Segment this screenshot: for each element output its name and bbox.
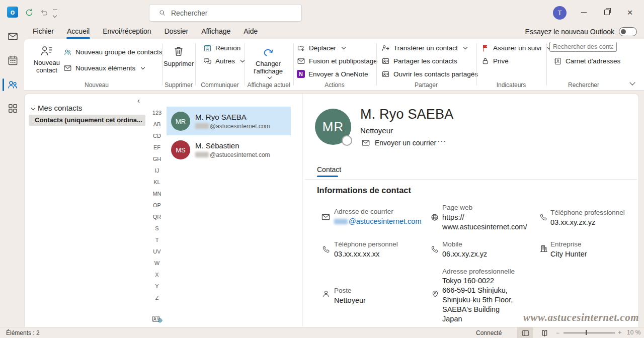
meeting-button[interactable]: Réunion — [203, 42, 240, 53]
collapse-folder-pane-icon[interactable]: ‹ — [137, 96, 140, 105]
address-book-button[interactable]: Carnet d'adresses — [553, 55, 620, 66]
phone-icon — [430, 245, 439, 254]
alpha-cd[interactable]: CD — [149, 130, 165, 142]
alpha-ab[interactable]: AB — [149, 119, 165, 130]
list-detail-divider — [302, 94, 303, 327]
alpha-x[interactable]: X — [149, 269, 165, 281]
new-outlook-label: Essayez le nouveau Outlook — [525, 28, 614, 36]
new-contact-group-button[interactable]: Nouveau groupe de contacts — [63, 46, 163, 57]
company-label: Entreprise — [550, 240, 582, 248]
alpha-z[interactable]: Z — [149, 292, 165, 304]
tab-dossier[interactable]: Dossier — [158, 24, 195, 39]
minimize-button[interactable] — [572, 0, 595, 24]
folder-item-contacts[interactable]: Contacts (uniquement cet ordina... — [29, 115, 145, 126]
alpha-op[interactable]: OP — [149, 200, 165, 211]
zoom-out-button[interactable]: − — [556, 327, 559, 338]
group-label-nouveau: Nouveau — [85, 81, 109, 89]
alpha-mn[interactable]: MN — [149, 188, 165, 200]
webpage-label: Page web — [442, 204, 472, 211]
collapse-ribbon-icon[interactable] — [628, 78, 634, 88]
job-title-value: Nettoyeur — [334, 296, 366, 304]
alpha-t[interactable]: T — [149, 234, 165, 246]
alpha-123[interactable]: 123 — [149, 107, 165, 119]
alpha-ij[interactable]: IJ — [149, 165, 165, 177]
tab-affichage[interactable]: Affichage — [195, 24, 237, 39]
send-mail-button[interactable]: Envoyer un courrier — [361, 138, 436, 147]
alpha-w[interactable]: W — [149, 258, 165, 269]
search-contacts-input[interactable] — [549, 42, 617, 52]
global-search[interactable] — [149, 4, 302, 22]
nav-calendar-icon[interactable] — [7, 54, 19, 66]
account-avatar[interactable]: T — [553, 6, 567, 20]
tab-envoi-reception[interactable]: Envoi/réception — [96, 24, 158, 39]
my-contacts-header[interactable]: Mes contacts — [32, 104, 82, 112]
restore-button[interactable] — [595, 0, 618, 24]
more-options-icon[interactable]: ··· — [437, 136, 446, 145]
follow-up-button[interactable]: Assurer un suivi — [481, 42, 550, 53]
contact-email: @astucesinternet.com — [195, 151, 270, 158]
group-label-indicateurs: Indicateurs — [497, 81, 526, 89]
webpage-value-line2[interactable]: www.astucesinternet.com/ — [442, 223, 527, 231]
tab-fichier[interactable]: Fichier — [26, 24, 60, 39]
email-value[interactable]: @astucesinternet.com — [334, 217, 421, 225]
nav-apps-icon[interactable] — [7, 102, 19, 114]
alpha-ef[interactable]: EF — [149, 142, 165, 153]
forward-contact-button[interactable]: Transférer un contact — [381, 42, 467, 53]
tab-aide[interactable]: Aide — [237, 24, 264, 39]
statusbar: Éléments : 2 Connecté − — [0, 327, 644, 338]
private-button[interactable]: Privé — [481, 55, 509, 66]
avatar: MS — [171, 140, 190, 159]
new-items-button[interactable]: Nouveaux éléments — [63, 62, 144, 73]
alpha-uv[interactable]: UV — [149, 246, 165, 258]
tab-accueil[interactable]: Accueil — [60, 24, 96, 39]
tab-contact[interactable]: Contact — [317, 165, 341, 174]
mobile-value: 06.xx.xy.zx.yz — [442, 250, 487, 258]
contact-detail-job: Nettoyeur — [360, 126, 393, 135]
new-outlook-toggle[interactable] — [619, 27, 637, 36]
send-to-onenote-button[interactable]: N Envoyer à OneNote — [297, 68, 368, 79]
person-icon — [321, 289, 331, 298]
search-icon — [158, 9, 166, 17]
contact-list-item-sebastien[interactable]: MS M. Sébastien @astucesinternet.com — [167, 135, 291, 164]
contact-info-title: Informations de contact — [317, 186, 411, 195]
zoom-slider-track[interactable] — [564, 332, 615, 333]
open-shared-contacts-button[interactable]: Ouvrir les contacts partagés — [381, 68, 478, 79]
contact-card-view-icon[interactable] — [151, 314, 165, 323]
zoom-level: 10 % — [627, 327, 640, 338]
normal-view-icon[interactable] — [517, 327, 533, 338]
delete-button[interactable]: Supprimer — [164, 42, 193, 67]
share-contacts-button[interactable]: Partager les contacts — [381, 55, 457, 66]
move-button[interactable]: Déplacer — [297, 42, 345, 53]
lock-icon — [481, 57, 490, 65]
contact-email: @astucesinternet.com — [195, 123, 270, 130]
reading-view-icon[interactable] — [536, 327, 552, 338]
undo-icon[interactable] — [39, 7, 50, 18]
zoom-in-button[interactable]: + — [618, 327, 622, 338]
alpha-gh[interactable]: GH — [149, 153, 165, 165]
close-button[interactable]: × — [618, 0, 641, 24]
mail-merge-button[interactable]: Fusion et publipostage — [297, 55, 377, 66]
send-receive-sync-icon[interactable] — [24, 7, 35, 18]
ribbon: Nouveau contact Nouveau groupe de contac… — [0, 39, 644, 91]
alpha-s[interactable]: S — [149, 223, 165, 234]
new-contact-button[interactable]: Nouveau contact — [32, 42, 61, 74]
outlook-app-icon[interactable]: o — [7, 7, 18, 18]
search-input[interactable] — [170, 9, 288, 18]
more-communicate-button[interactable]: Autres — [203, 55, 244, 66]
alpha-y[interactable]: Y — [149, 281, 165, 292]
alpha-qr[interactable]: QR — [149, 211, 165, 223]
contact-detail-name: M. Ryo SAEBA — [360, 107, 453, 122]
nav-mail-icon[interactable] — [7, 30, 19, 42]
chevron-down-icon — [31, 106, 35, 110]
connection-status: Connecté — [476, 327, 502, 338]
items-count: Éléments : 2 — [6, 327, 40, 338]
contact-list-item-ryo[interactable]: MR M. Ryo SAEBA @astucesinternet.com — [167, 107, 291, 135]
change-view-button[interactable]: Changer l'affichage — [250, 42, 286, 79]
alpha-kl[interactable]: KL — [149, 177, 165, 188]
webpage-value-line1[interactable]: https:// — [442, 213, 464, 221]
customize-quick-access-icon[interactable] — [52, 10, 58, 19]
nav-people-icon[interactable] — [7, 78, 19, 91]
zoom-slider-thumb[interactable] — [586, 330, 587, 335]
change-view-icon — [261, 45, 276, 58]
email-icon — [321, 212, 331, 222]
